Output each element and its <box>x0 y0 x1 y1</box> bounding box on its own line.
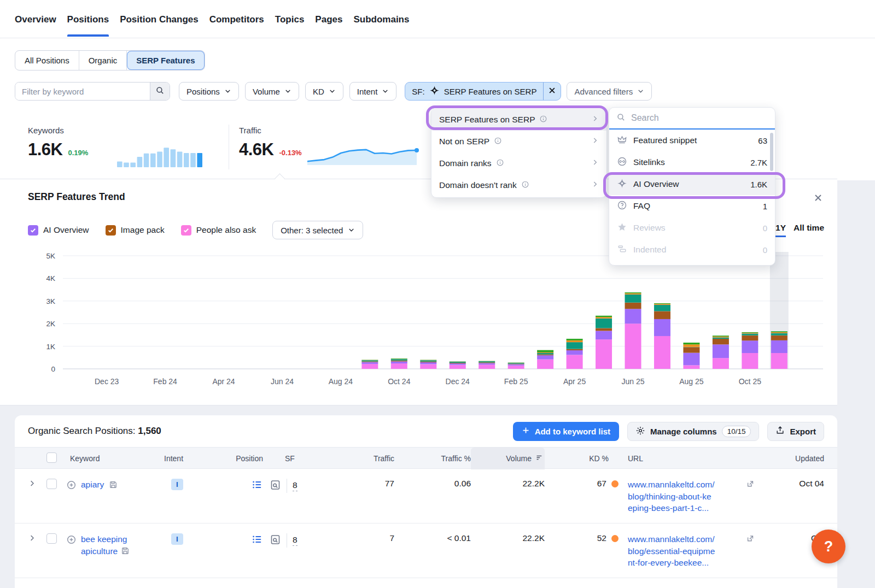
sf-count[interactable]: 8 <box>293 535 298 546</box>
col-traffic[interactable]: Traffic <box>329 454 394 463</box>
keyword-link[interactable]: apiary <box>81 479 104 491</box>
feature-item-faq[interactable]: FAQ 1 <box>609 195 775 217</box>
url-link[interactable]: blog/thinking-about-ke <box>628 491 739 503</box>
sf-chip-remove-button[interactable] <box>543 83 561 100</box>
positions-list-icon[interactable] <box>251 533 263 548</box>
menu-item-serp-features-on-serp[interactable]: SERP Features on SERP <box>431 109 606 131</box>
checkbox-ai-overview[interactable] <box>28 225 38 236</box>
menu-item-domain-doesnt-rank[interactable]: Domain doesn't rank <box>431 174 606 196</box>
menu-scrollbar[interactable] <box>770 133 773 171</box>
checkbox-people-also-ask[interactable] <box>181 225 191 236</box>
url-link[interactable]: eping-bees-part-1-c... <box>628 502 739 514</box>
intent-badge[interactable]: I <box>171 479 183 490</box>
table-header: Keyword Intent Position SF Traffic Traff… <box>15 447 837 469</box>
row-checkbox[interactable] <box>46 533 57 544</box>
intent-filter[interactable]: Intent <box>349 82 397 101</box>
nav-topics[interactable]: Topics <box>275 2 305 36</box>
kd-filter[interactable]: KD <box>305 82 343 101</box>
export-button[interactable]: Export <box>767 422 824 441</box>
close-icon <box>548 86 556 97</box>
col-traffic-pct[interactable]: Traffic % <box>394 454 471 463</box>
add-button-label: Add to keyword list <box>535 427 610 436</box>
add-to-keyword-list-button[interactable]: Add to keyword list <box>513 422 619 441</box>
feature-item-indented[interactable]: Indented 0 <box>609 239 775 261</box>
add-keyword-icon[interactable] <box>66 479 77 492</box>
serp-preview-icon[interactable] <box>270 534 281 548</box>
range-all-time[interactable]: All time <box>794 223 824 237</box>
keywords-stat-delta: 0.19% <box>68 149 88 157</box>
tab-serp-features[interactable]: SERP Features <box>127 51 204 70</box>
legend-label: People also ask <box>196 225 256 235</box>
other-features-label: Other: 3 selected <box>281 226 343 235</box>
features-search-input[interactable] <box>631 113 768 123</box>
volume-filter[interactable]: Volume <box>245 82 299 101</box>
feature-item-sitelinks[interactable]: Sitelinks 2.7K <box>609 151 775 173</box>
svg-text:Jun 25: Jun 25 <box>621 377 644 386</box>
url-link[interactable]: blog/essential-equipme <box>628 545 739 557</box>
col-url[interactable]: URL <box>619 454 758 463</box>
svg-text:Dec 24: Dec 24 <box>446 377 470 386</box>
save-icon[interactable] <box>108 479 118 492</box>
intent-badge[interactable]: I <box>171 533 183 545</box>
url-link[interactable]: www.mannlakeltd.com/ <box>628 533 739 545</box>
feature-item-featured-snippet[interactable]: Featured snippet 63 <box>609 130 775 151</box>
manage-columns-button[interactable]: Manage columns 10/15 <box>627 422 760 441</box>
feature-count: 0 <box>763 224 767 233</box>
trend-close-button[interactable] <box>813 192 825 204</box>
row-expander[interactable] <box>28 479 46 490</box>
col-kd[interactable]: KD % <box>545 454 619 463</box>
col-updated[interactable]: Updated <box>758 454 824 463</box>
url-link[interactable]: www.mannlakeltd.com/ <box>628 479 739 491</box>
col-keyword[interactable]: Keyword <box>66 454 159 463</box>
add-keyword-icon[interactable] <box>66 533 77 547</box>
tab-all-positions[interactable]: All Positions <box>15 51 79 70</box>
nav-pages[interactable]: Pages <box>315 2 342 36</box>
legend-image-pack[interactable]: Image pack <box>106 225 165 236</box>
external-link-icon[interactable] <box>745 534 755 545</box>
legend-label: Image pack <box>121 225 165 235</box>
feature-item-ai-overview[interactable]: AI Overview 1.6K <box>609 173 775 195</box>
keyword-filter-input[interactable] <box>15 83 150 100</box>
nav-position-changes[interactable]: Position Changes <box>120 2 199 36</box>
feature-count: 1 <box>763 202 767 211</box>
keyword-search-button[interactable] <box>150 83 170 100</box>
external-link-icon[interactable] <box>745 479 755 491</box>
svg-text:5K: 5K <box>46 252 55 260</box>
info-icon <box>521 180 529 191</box>
col-sf[interactable]: SF <box>263 454 329 463</box>
nav-competitors[interactable]: Competitors <box>209 2 264 36</box>
help-button[interactable]: ? <box>812 530 845 563</box>
time-range-selector: 1Y All time <box>775 223 824 237</box>
url-link[interactable]: nt-for-every-beekee... <box>628 557 739 569</box>
sf-count[interactable]: 8 <box>293 480 298 491</box>
menu-item-domain-ranks[interactable]: Domain ranks <box>431 152 606 174</box>
tab-organic[interactable]: Organic <box>79 51 127 70</box>
row-checkbox[interactable] <box>46 479 57 489</box>
select-all-checkbox[interactable] <box>46 452 57 463</box>
col-intent[interactable]: Intent <box>159 454 203 463</box>
keyword-link[interactable]: bee keeping apiculture <box>81 533 142 559</box>
nav-positions[interactable]: Positions <box>67 2 109 36</box>
sf-filter-chip[interactable]: SF: SERP Features on SERP <box>405 82 561 101</box>
save-icon[interactable] <box>120 546 130 559</box>
nav-subdomains[interactable]: Subdomains <box>353 2 409 36</box>
export-label: Export <box>790 427 816 436</box>
col-position[interactable]: Position <box>203 454 263 463</box>
advanced-filters-button[interactable]: Advanced filters <box>567 82 652 101</box>
range-1y[interactable]: 1Y <box>775 223 786 237</box>
checkbox-image-pack[interactable] <box>106 225 116 236</box>
legend-ai-overview[interactable]: AI Overview <box>28 225 89 236</box>
legend-people-also-ask[interactable]: People also ask <box>181 225 256 236</box>
row-expander[interactable] <box>28 533 46 544</box>
sf-chip-label: SERP Features on SERP <box>444 87 537 96</box>
nav-overview[interactable]: Overview <box>15 2 56 36</box>
svg-text:Oct 24: Oct 24 <box>388 377 410 386</box>
col-volume-label: Volume <box>506 454 532 463</box>
col-volume[interactable]: Volume <box>471 448 545 469</box>
positions-list-icon[interactable] <box>251 479 263 493</box>
other-features-dropdown[interactable]: Other: 3 selected <box>272 221 363 239</box>
serp-preview-icon[interactable] <box>270 479 281 493</box>
menu-item-not-on-serp[interactable]: Not on SERP <box>431 131 606 152</box>
feature-item-reviews[interactable]: Reviews 0 <box>609 217 775 239</box>
positions-filter[interactable]: Positions <box>179 82 239 101</box>
